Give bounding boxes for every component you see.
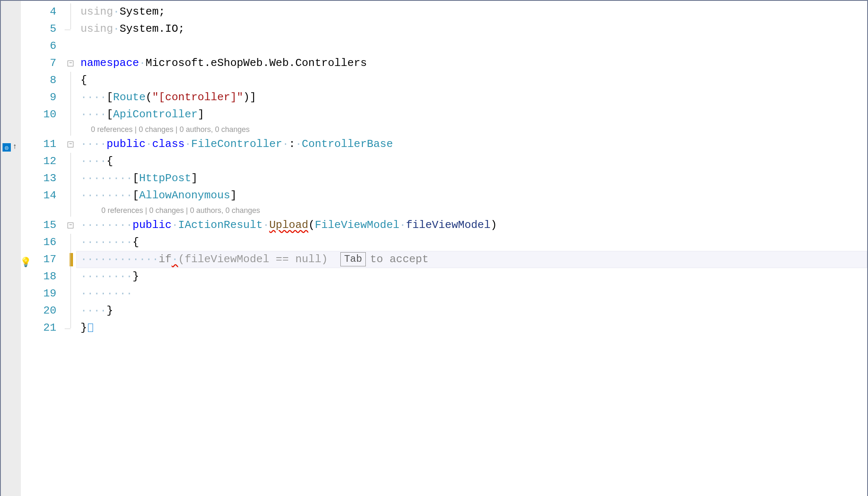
line-number-text: 17 <box>43 253 56 266</box>
line-number-gutter: 4 5 6 7 8 9 10 11 12 13 14 15 16 💡 17 18… <box>21 1 65 496</box>
code-line[interactable]: } <box>76 319 867 337</box>
line-number: 5 <box>21 20 56 38</box>
string-literal: "[controller]" <box>152 91 243 104</box>
code-line[interactable]: ····public·class·FileController·:·Contro… <box>76 136 867 153</box>
keyword-using: using <box>81 23 113 35</box>
intellisense-suggestion: (fileViewModel == null) <box>178 253 328 266</box>
line-number: 8 <box>21 72 56 89</box>
namespace-name: Microsoft.eShopWeb.Web.Controllers <box>146 57 367 69</box>
fold-toggle[interactable]: − <box>68 61 73 66</box>
attribute-apicontroller: ApiController <box>113 108 198 121</box>
line-number: 9 <box>21 89 56 106</box>
identifier: System.IO <box>120 23 178 35</box>
line-number: 6 <box>21 38 56 55</box>
param-type: FileViewModel <box>315 219 400 231</box>
line-number: 10 <box>21 106 56 123</box>
param-name: fileViewModel <box>406 219 491 231</box>
attribute-allowanonymous: AllowAnonymous <box>139 189 230 202</box>
code-line[interactable] <box>76 38 867 55</box>
suggestion-keyword: if <box>159 253 171 266</box>
code-line[interactable]: ········[AllowAnonymous] <box>76 187 867 204</box>
code-line[interactable]: ········ <box>76 285 867 302</box>
code-line[interactable]: ········{ <box>76 234 867 251</box>
code-line-current[interactable]: ············if·(fileViewModel == null)Ta… <box>76 251 867 268</box>
attribute-route: Route <box>113 91 146 104</box>
line-number: 15 <box>21 217 56 234</box>
keyword-public: public <box>133 219 172 231</box>
code-editor: ◎ ↑ 4 5 6 7 8 9 10 11 12 13 14 15 16 💡 1… <box>1 1 867 496</box>
code-line[interactable]: using·System.IO; <box>76 20 867 38</box>
code-line[interactable]: { <box>76 72 867 89</box>
line-number: 4 <box>21 3 56 20</box>
up-arrow-icon: ↑ <box>13 142 17 151</box>
keyword-namespace: namespace <box>81 57 139 69</box>
base-class: ControllerBase <box>302 138 393 150</box>
method-name: Upload <box>269 219 309 231</box>
line-number: 12 <box>21 153 56 170</box>
code-line[interactable]: namespace·Microsoft.eShopWeb.Web.Control… <box>76 55 867 72</box>
line-number: 20 <box>21 302 56 319</box>
code-line[interactable]: ········public·IActionResult·Upload(File… <box>76 217 867 234</box>
identifier: System <box>120 5 159 18</box>
accept-hint: to accept <box>370 253 428 266</box>
code-line[interactable]: ····} <box>76 302 867 319</box>
fold-toggle[interactable]: − <box>68 223 73 228</box>
code-line[interactable]: ····[Route("[controller]")] <box>76 89 867 106</box>
caret-box <box>88 324 93 332</box>
line-number: 7 <box>21 55 56 72</box>
line-number: 11 <box>21 136 56 153</box>
keyword-using: using <box>81 5 113 18</box>
code-line[interactable]: ········[HttpPost] <box>76 170 867 187</box>
code-line[interactable]: using·System; <box>76 3 867 20</box>
outlining-margin: − − − <box>65 1 76 496</box>
fold-toggle[interactable]: − <box>68 142 73 147</box>
line-number: 16 <box>21 234 56 251</box>
return-type: IActionResult <box>178 219 263 231</box>
line-number: 13 <box>21 170 56 187</box>
line-number: 14 <box>21 187 56 204</box>
code-line[interactable]: ········} <box>76 268 867 285</box>
line-number: 18 <box>21 268 56 285</box>
code-line[interactable]: ····[ApiController] <box>76 106 867 123</box>
codelens-class[interactable]: 0 references | 0 changes | 0 authors, 0 … <box>76 123 867 136</box>
code-content[interactable]: using·System; using·System.IO; namespace… <box>76 1 867 496</box>
codelens-method[interactable]: 0 references | 0 changes | 0 authors, 0 … <box>76 204 867 217</box>
tab-key-hint: Tab <box>340 252 366 266</box>
indicator-margin: ◎ ↑ <box>1 1 21 496</box>
attribute-httppost: HttpPost <box>139 172 191 185</box>
class-name: FileController <box>191 138 282 150</box>
keyword-public: public <box>106 138 146 150</box>
keyword-class: class <box>152 138 185 150</box>
code-line[interactable]: ····{ <box>76 153 867 170</box>
line-number: 21 <box>21 319 56 337</box>
line-number: 19 <box>21 285 56 302</box>
line-number: 💡 17 <box>21 251 56 268</box>
tracking-icon[interactable]: ◎ <box>3 143 11 152</box>
